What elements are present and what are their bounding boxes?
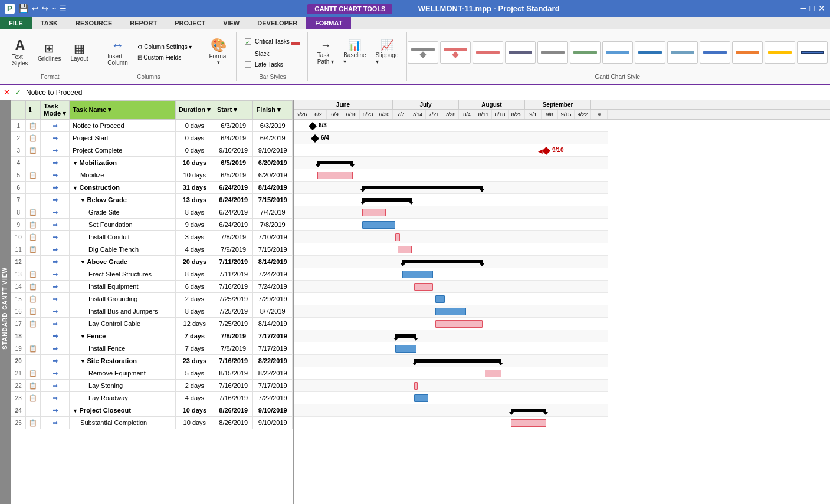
table-row[interactable]: 24 ➡ ▼ Project Closeout 10 days 8/26/201… (11, 404, 293, 417)
table-row[interactable]: 13 📋 ➡ Erect Steel Structures 8 days 7/1… (11, 268, 293, 281)
gantt-task-bar[interactable] (398, 246, 412, 253)
tab-report[interactable]: REPORT (121, 17, 166, 29)
table-row[interactable]: 22 📋 ➡ Lay Stoning 2 days 7/16/2019 7/17… (11, 380, 293, 392)
table-row[interactable]: 8 📋 ➡ Grade Site 8 days 6/24/2019 7/4/20… (11, 206, 293, 219)
style-swatch-2[interactable] (440, 41, 471, 64)
style-swatch-6[interactable] (570, 41, 601, 64)
style-swatch-5[interactable] (537, 41, 568, 64)
slack-checkbox[interactable] (245, 51, 251, 57)
column-settings-btn[interactable]: ⚙ Column Settings ▾ (135, 42, 195, 51)
style-swatch-12[interactable] (765, 41, 795, 64)
tab-project[interactable]: PROJECT (166, 17, 214, 29)
cell-duration: 13 days (175, 194, 214, 206)
gantt-task-bar[interactable] (414, 283, 433, 291)
gantt-task-bar[interactable] (511, 419, 546, 427)
minimize-btn[interactable]: ─ (801, 4, 806, 13)
style-swatch-4[interactable] (505, 41, 536, 64)
gantt-task-bar[interactable] (395, 345, 416, 353)
gantt-row (294, 281, 608, 293)
tab-developer[interactable]: DEVELOPER (248, 17, 306, 29)
style-swatch-9[interactable] (667, 41, 698, 64)
table-row[interactable]: 4 ➡ ▼ Mobilization 10 days 6/5/2019 6/20… (11, 157, 293, 169)
critical-tasks-check[interactable]: Critical Tasks ▬ (242, 35, 303, 48)
table-row[interactable]: 20 ➡ ▼ Site Restoration 23 days 7/16/201… (11, 355, 293, 367)
table-row[interactable]: 25 📋 ➡ Substantial Completion 10 days 8/… (11, 417, 293, 429)
table-row[interactable]: 7 ➡ ▼ Below Grade 13 days 6/24/2019 7/15… (11, 194, 293, 206)
gantt-task-bar[interactable] (435, 320, 483, 328)
gantt-task-bar[interactable] (485, 370, 501, 377)
style-swatch-8[interactable] (635, 41, 665, 64)
critical-tasks-checkbox[interactable] (245, 38, 251, 45)
table-row[interactable]: 18 ➡ ▼ Fence 7 days 7/8/2019 7/17/2019 (11, 330, 293, 342)
table-row[interactable]: 16 📋 ➡ Install Bus and Jumpers 8 days 7/… (11, 305, 293, 318)
cell-mode: ➡ (41, 355, 70, 367)
menu-btn[interactable]: ☰ (60, 4, 67, 13)
cell-mode: ➡ (41, 194, 70, 206)
late-tasks-checkbox[interactable] (245, 61, 251, 68)
col-header-duration[interactable]: Duration ▾ (175, 101, 214, 120)
gantt-task-bar[interactable] (414, 382, 418, 390)
quick-save[interactable]: 💾 (18, 4, 28, 13)
gridlines-btn[interactable]: ⊞ Gridlines (34, 41, 64, 64)
table-row[interactable]: 1 📋 ➡ Notice to Proceed 0 days 6/3/2019 … (11, 120, 293, 132)
tab-view[interactable]: VIEW (214, 17, 248, 29)
col-header-mode[interactable]: TaskMode ▾ (41, 101, 70, 120)
cell-duration: 23 days (175, 355, 214, 367)
col-header-finish[interactable]: Finish ▾ (253, 101, 293, 120)
gantt-task-bar[interactable] (317, 172, 353, 179)
table-row[interactable]: 12 ➡ ▼ Above Grade 20 days 7/11/2019 8/1… (11, 256, 293, 268)
task-path-btn[interactable]: → TaskPath ▾ (314, 38, 337, 67)
insert-column-btn[interactable]: ↔ InsertColumn (103, 37, 133, 68)
gantt-task-bar[interactable] (362, 221, 395, 229)
col-header-name[interactable]: Task Name ▾ (70, 101, 176, 120)
table-row[interactable]: 2 📋 ➡ Project Start 0 days 6/4/2019 6/4/… (11, 132, 293, 144)
undo-btn[interactable]: ↩ (32, 4, 38, 13)
style-swatch-3[interactable] (473, 41, 503, 64)
style-swatch-11[interactable] (732, 41, 763, 64)
redo-btn[interactable]: ↪ (42, 4, 48, 13)
text-styles-btn[interactable]: A TextStyles (8, 37, 32, 68)
custom-fields-btn[interactable]: ⊞ Custom Fields (135, 53, 195, 62)
style-swatch-13[interactable] (797, 41, 828, 64)
gantt-task-bar[interactable] (362, 209, 386, 216)
table-row[interactable]: 21 📋 ➡ Remove Equipment 5 days 8/15/2019… (11, 367, 293, 380)
maximize-btn[interactable]: □ (810, 4, 815, 13)
gantt-task-bar[interactable] (435, 308, 466, 315)
format-btn[interactable]: 🎨 Format ▾ (205, 37, 231, 67)
gantt-row: 6/4 (294, 132, 608, 144)
gantt-task-bar[interactable] (395, 233, 400, 241)
table-row[interactable]: 6 ➡ ▼ Construction 31 days 6/24/2019 8/1… (11, 182, 293, 194)
cell-mode: ➡ (41, 392, 70, 404)
tab-file[interactable]: FILE (0, 17, 32, 29)
style-swatch-10[interactable] (700, 41, 730, 64)
close-btn[interactable]: ✕ (818, 4, 825, 13)
tab-resource[interactable]: RESOURCE (67, 17, 121, 29)
late-tasks-check[interactable]: Late Tasks (242, 60, 303, 69)
style-swatch-7[interactable] (602, 41, 633, 64)
gantt-tools-tab[interactable]: GANTT CHART TOOLS (307, 4, 392, 14)
table-row[interactable]: 11 📋 ➡ Dig Cable Trench 4 days 7/9/2019 … (11, 243, 293, 256)
slippage-btn[interactable]: 📈 Slippage▾ (372, 38, 402, 67)
table-row[interactable]: 5 📋 ➡ Mobilize 10 days 6/5/2019 6/20/201… (11, 169, 293, 182)
baseline-btn[interactable]: 📊 Baseline▾ (340, 38, 369, 67)
table-row[interactable]: 19 📋 ➡ Install Fence 7 days 7/8/2019 7/1… (11, 342, 293, 355)
formula-confirm[interactable]: ✓ (15, 88, 21, 97)
table-row[interactable]: 9 📋 ➡ Set Foundation 9 days 6/24/2019 7/… (11, 219, 293, 231)
gantt-task-bar[interactable] (435, 295, 445, 303)
tab-task[interactable]: TASK (32, 17, 67, 29)
table-row[interactable]: 23 📋 ➡ Lay Roadway 4 days 7/16/2019 7/22… (11, 392, 293, 404)
tab-format[interactable]: FORMAT (306, 17, 351, 29)
table-row[interactable]: 14 📋 ➡ Install Equipment 6 days 7/16/201… (11, 281, 293, 293)
group-task-path: → TaskPath ▾ 📊 Baseline▾ 📈 Slippage▾ (309, 32, 408, 81)
table-row[interactable]: 17 📋 ➡ Lay Control Cable 12 days 7/25/20… (11, 318, 293, 330)
table-row[interactable]: 3 📋 ➡ Project Complete 0 days 9/10/2019 … (11, 144, 293, 157)
gantt-task-bar[interactable] (402, 271, 433, 278)
formula-cancel[interactable]: ✕ (4, 88, 10, 97)
gantt-task-bar[interactable] (414, 394, 428, 402)
table-row[interactable]: 10 📋 ➡ Install Conduit 3 days 7/8/2019 7… (11, 231, 293, 243)
table-row[interactable]: 15 📋 ➡ Install Grounding 2 days 7/25/201… (11, 293, 293, 305)
col-header-start[interactable]: Start ▾ (214, 101, 253, 120)
slack-check[interactable]: Slack (242, 50, 303, 58)
style-swatch-1[interactable] (408, 41, 438, 64)
layout-btn[interactable]: ▦ Layout (67, 41, 91, 64)
